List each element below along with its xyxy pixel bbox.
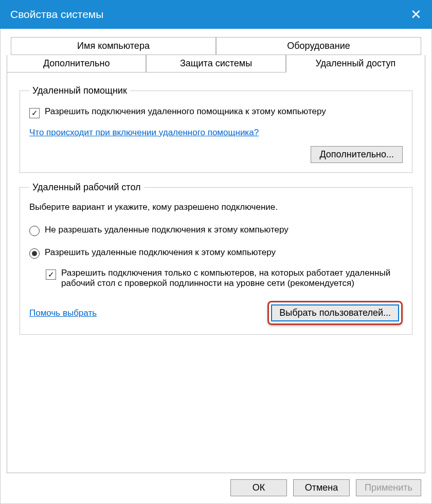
group-remote-assistance-legend: Удаленный помощник	[29, 85, 130, 96]
button-apply[interactable]: Применить	[356, 479, 421, 496]
radio-allow-remote[interactable]	[29, 248, 40, 259]
tab-row-bottom: Дополнительно Защита системы Удаленный д…	[7, 55, 425, 73]
tab-computer-name[interactable]: Имя компьютера	[11, 37, 216, 55]
tab-protection[interactable]: Защита системы	[146, 55, 285, 73]
link-remote-assist-help[interactable]: Что происходит при включении удаленного …	[29, 128, 259, 138]
group-remote-desktop-legend: Удаленный рабочий стол	[29, 182, 144, 193]
window-title: Свойства системы	[10, 8, 103, 21]
remote-desktop-prompt: Выберите вариант и укажите, кому разреше…	[29, 202, 403, 212]
checkbox-nla[interactable]: ✓	[46, 269, 56, 280]
tab-advanced[interactable]: Дополнительно	[7, 55, 146, 73]
button-cancel[interactable]: Отмена	[293, 479, 350, 496]
checkbox-allow-remote-assist-label: Разрешить подключения удаленного помощни…	[45, 106, 326, 117]
tab-remote[interactable]: Удаленный доступ	[286, 55, 425, 73]
tab-panel-remote: Удаленный помощник ✓ Разрешить подключен…	[7, 72, 425, 473]
checkbox-allow-remote-assist[interactable]: ✓	[29, 108, 40, 118]
button-ok[interactable]: ОК	[230, 479, 287, 496]
checkbox-nla-label: Разрешить подключения только с компьютер…	[61, 268, 403, 289]
dialog-button-row: ОК Отмена Применить	[230, 479, 421, 496]
titlebar: Свойства системы ✕	[0, 0, 432, 29]
tab-row-top: Имя компьютера Оборудование	[11, 37, 421, 55]
highlight-select-users: Выбрать пользователей...	[267, 301, 403, 325]
group-remote-assistance: Удаленный помощник ✓ Разрешить подключен…	[20, 85, 412, 173]
button-remote-assist-advanced[interactable]: Дополнительно...	[311, 146, 403, 163]
group-remote-desktop: Удаленный рабочий стол Выберите вариант …	[20, 182, 412, 335]
radio-disallow-remote-label: Не разрешать удаленные подключения к это…	[45, 225, 289, 235]
button-select-users[interactable]: Выбрать пользователей...	[271, 304, 399, 321]
close-icon[interactable]: ✕	[410, 7, 422, 23]
tab-container: Имя компьютера Оборудование Дополнительн…	[7, 37, 425, 73]
radio-allow-remote-label: Разрешить удаленные подключения к этому …	[45, 247, 276, 258]
radio-disallow-remote[interactable]	[29, 226, 40, 236]
tab-hardware[interactable]: Оборудование	[216, 37, 421, 55]
link-help-choose[interactable]: Помочь выбрать	[29, 308, 97, 318]
dialog-body: Имя компьютера Оборудование Дополнительн…	[0, 29, 432, 504]
